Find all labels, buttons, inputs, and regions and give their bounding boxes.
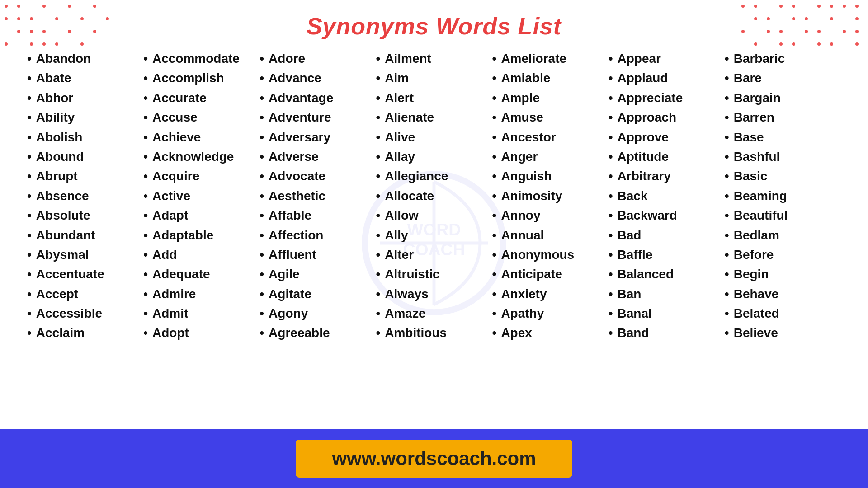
list-item: Annual (492, 225, 609, 245)
list-item: Agitate (259, 284, 376, 304)
word-column-col2: AccommodateAccomplishAccurateAccuseAchie… (143, 49, 259, 343)
list-item: Applaud (609, 68, 725, 88)
list-item: Appreciate (609, 88, 725, 108)
list-item: Agony (259, 304, 376, 323)
list-item: Appear (609, 49, 725, 68)
list-item: Advocate (259, 166, 376, 186)
list-item: Ambitious (376, 323, 492, 343)
list-item: Apex (492, 323, 609, 343)
list-item: Aptitude (609, 147, 725, 166)
list-item: Affluent (259, 245, 376, 264)
list-item: Amuse (492, 108, 609, 127)
list-item: Advantage (259, 88, 376, 108)
list-item: Ailment (376, 49, 492, 68)
list-item: Annoy (492, 206, 609, 225)
list-item: Abhor (27, 88, 143, 108)
list-item: Ban (609, 284, 725, 304)
website-url: www.wordscoach.com (296, 440, 572, 478)
list-item: Anonymous (492, 245, 609, 264)
word-column-col1: AbandonAbateAbhorAbilityAbolishAboundAbr… (27, 49, 143, 343)
list-item: Admire (143, 284, 259, 304)
list-item: Achieve (143, 127, 259, 147)
list-item: Abundant (27, 225, 143, 245)
word-column-col7: BarbaricBareBargainBarrenBaseBashfulBasi… (725, 49, 841, 343)
list-item: Aesthetic (259, 186, 376, 206)
footer: www.wordscoach.com (0, 429, 868, 488)
list-item: Back (609, 186, 725, 206)
page-title: Synonyms Words List (0, 0, 868, 40)
list-item: Ample (492, 88, 609, 108)
list-item: Acclaim (27, 323, 143, 343)
word-column-col4: AilmentAimAlertAlienateAliveAllayAllegia… (376, 49, 492, 343)
list-item: Abandon (27, 49, 143, 68)
list-item: Anguish (492, 166, 609, 186)
list-item: Adapt (143, 206, 259, 225)
word-column-col5: AmeliorateAmiableAmpleAmuseAncestorAnger… (492, 49, 609, 343)
list-item: Accommodate (143, 49, 259, 68)
list-item: Accentuate (27, 264, 143, 284)
list-item: Bargain (725, 88, 841, 108)
list-item: Baffle (609, 245, 725, 264)
list-item: Alert (376, 88, 492, 108)
list-item: Bare (725, 68, 841, 88)
list-item: Allay (376, 147, 492, 166)
list-item: Agile (259, 264, 376, 284)
list-item: Barbaric (725, 49, 841, 68)
list-item: Allocate (376, 186, 492, 206)
list-item: Ability (27, 108, 143, 127)
list-item: Acquire (143, 166, 259, 186)
decorative-dots-topright (741, 5, 863, 51)
list-item: Adverse (259, 147, 376, 166)
list-item: Altruistic (376, 264, 492, 284)
list-item: Alive (376, 127, 492, 147)
list-item: Active (143, 186, 259, 206)
list-item: Amaze (376, 304, 492, 323)
list-item: Alter (376, 245, 492, 264)
list-item: Adversary (259, 127, 376, 147)
list-item: Belated (725, 304, 841, 323)
list-item: Bad (609, 225, 725, 245)
list-item: Beaming (725, 186, 841, 206)
list-item: Believe (725, 323, 841, 343)
list-item: Ameliorate (492, 49, 609, 68)
list-item: Accessible (27, 304, 143, 323)
list-item: Abound (27, 147, 143, 166)
list-item: Adequate (143, 264, 259, 284)
list-item: Backward (609, 206, 725, 225)
list-item: Bashful (725, 147, 841, 166)
list-item: Always (376, 284, 492, 304)
word-list-container: AbandonAbateAbhorAbilityAbolishAboundAbr… (0, 44, 868, 347)
list-item: Acknowledge (143, 147, 259, 166)
list-item: Add (143, 245, 259, 264)
list-item: Adventure (259, 108, 376, 127)
decorative-dots-topleft (5, 5, 127, 51)
list-item: Basic (725, 166, 841, 186)
list-item: Allow (376, 206, 492, 225)
list-item: Before (725, 245, 841, 264)
list-item: Adopt (143, 323, 259, 343)
list-item: Arbitrary (609, 166, 725, 186)
list-item: Barren (725, 108, 841, 127)
list-item: Ancestor (492, 127, 609, 147)
list-item: Base (725, 127, 841, 147)
list-item: Absence (27, 186, 143, 206)
list-item: Balanced (609, 264, 725, 284)
list-item: Beautiful (725, 206, 841, 225)
list-item: Advance (259, 68, 376, 88)
list-item: Absolute (27, 206, 143, 225)
list-item: Banal (609, 304, 725, 323)
list-item: Aim (376, 68, 492, 88)
list-item: Anxiety (492, 284, 609, 304)
list-item: Allegiance (376, 166, 492, 186)
list-item: Anger (492, 147, 609, 166)
list-item: Approach (609, 108, 725, 127)
list-item: Behave (725, 284, 841, 304)
list-item: Bedlam (725, 225, 841, 245)
word-column-col6: AppearApplaudAppreciateApproachApproveAp… (609, 49, 725, 343)
list-item: Band (609, 323, 725, 343)
list-item: Ally (376, 225, 492, 245)
list-item: Begin (725, 264, 841, 284)
list-item: Abysmal (27, 245, 143, 264)
list-item: Apathy (492, 304, 609, 323)
list-item: Adore (259, 49, 376, 68)
